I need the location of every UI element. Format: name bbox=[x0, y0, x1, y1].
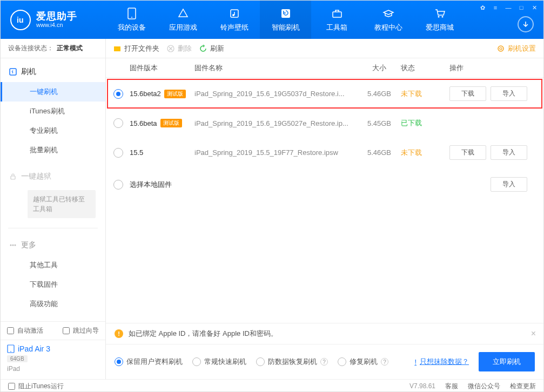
svg-point-12 bbox=[12, 245, 14, 246]
row-radio[interactable] bbox=[113, 118, 123, 128]
sidebar-item-oneclick[interactable]: 一键刷机 bbox=[1, 82, 105, 102]
settings-icon[interactable]: ✿ bbox=[479, 4, 486, 11]
close-icon[interactable]: ✕ bbox=[530, 4, 538, 11]
app-name: 爱思助手 bbox=[36, 11, 77, 22]
block-itunes-checkbox[interactable] bbox=[8, 383, 15, 390]
svg-point-18 bbox=[498, 46, 503, 51]
check-update-link[interactable]: 检查更新 bbox=[510, 382, 536, 391]
firmware-row[interactable]: 15.5iPad_Spring_2019_15.5_19F77_Restore.… bbox=[106, 137, 543, 168]
open-folder-button[interactable]: 打开文件夹 bbox=[113, 44, 159, 53]
firmware-row[interactable]: 15.6beta测试版iPad_Spring_2019_15.6_19G5027… bbox=[106, 110, 543, 137]
device-info[interactable]: iPad Air 3 64GB iPad bbox=[1, 340, 105, 379]
gear-icon bbox=[497, 45, 505, 52]
support-link[interactable]: 客服 bbox=[445, 382, 458, 391]
footer: 阻止iTunes运行 V7.98.61 客服 微信公众号 检查更新 bbox=[1, 379, 543, 392]
sidebar-head-jailbreak: 一键越狱 bbox=[1, 166, 105, 187]
delete-icon bbox=[167, 45, 174, 52]
wechat-link[interactable]: 微信公众号 bbox=[468, 382, 500, 391]
local-label: 选择本地固件 bbox=[130, 180, 172, 190]
flash-settings-button[interactable]: 刷机设置 bbox=[497, 44, 536, 53]
warning-icon: ! bbox=[115, 329, 123, 338]
version-text: 15.5 bbox=[130, 148, 143, 157]
logo[interactable]: iu 爱思助手 www.i4.cn bbox=[1, 10, 106, 30]
notice-bar: ! 如已绑定 Apple ID，请准备好 Apple ID和密码。 × bbox=[106, 323, 543, 344]
download-button[interactable]: 下载 bbox=[449, 145, 486, 160]
import-button[interactable]: 导入 bbox=[491, 145, 527, 160]
sidebar-head-flash[interactable]: 刷机 bbox=[1, 62, 105, 82]
flash-icon bbox=[9, 68, 17, 76]
download-button[interactable]: 下载 bbox=[449, 86, 486, 101]
row-radio[interactable] bbox=[113, 180, 123, 190]
opt-keep-data[interactable]: 保留用户资料刷机 bbox=[115, 357, 183, 367]
filename: iPad_Spring_2019_15.6_19G5027e_Restore.i… bbox=[194, 119, 358, 127]
opt-repair[interactable]: 修复刷机? bbox=[338, 357, 388, 367]
nav-store[interactable]: 爱思商城 bbox=[414, 1, 465, 39]
row-radio[interactable] bbox=[113, 89, 123, 99]
svg-point-8 bbox=[441, 16, 443, 17]
folder-icon bbox=[113, 45, 121, 52]
delete-button: 删除 bbox=[167, 44, 192, 53]
connection-status: 设备连接状态： 正常模式 bbox=[1, 39, 105, 58]
beta-tag: 测试版 bbox=[160, 119, 182, 127]
row-radio[interactable] bbox=[113, 148, 123, 158]
nav-apps[interactable]: 应用游戏 bbox=[157, 1, 209, 39]
refresh-button[interactable]: 刷新 bbox=[199, 44, 224, 53]
top-nav: 我的设备 应用游戏 铃声壁纸 智能刷机 工具箱 教程中心 爱思商城 bbox=[106, 1, 543, 39]
sidebar-item-other[interactable]: 其他工具 bbox=[1, 255, 105, 275]
flash-now-button[interactable]: 立即刷机 bbox=[479, 352, 535, 371]
notice-close-icon[interactable]: × bbox=[531, 329, 536, 339]
minimize-icon[interactable]: — bbox=[505, 4, 512, 11]
svg-point-15 bbox=[10, 351, 11, 352]
phone-icon bbox=[126, 8, 138, 19]
maximize-icon[interactable]: □ bbox=[518, 4, 525, 11]
music-icon bbox=[229, 8, 240, 19]
import-button[interactable]: 导入 bbox=[491, 177, 527, 192]
sidebar-head-more[interactable]: 更多 bbox=[1, 235, 105, 255]
toolbar: 打开文件夹 删除 刷新 刷机设置 bbox=[106, 39, 543, 58]
sidebar-item-pro[interactable]: 专业刷机 bbox=[1, 121, 105, 140]
menu-icon[interactable]: ≡ bbox=[492, 4, 499, 11]
svg-point-4 bbox=[232, 14, 234, 16]
sidebar-item-batch[interactable]: 批量刷机 bbox=[1, 140, 105, 160]
sidebar: 设备连接状态： 正常模式 刷机 一键刷机 iTunes刷机 专业刷机 批量刷机 … bbox=[1, 39, 106, 379]
svg-point-2 bbox=[131, 17, 132, 18]
status: 未下载 bbox=[401, 89, 449, 99]
apps-icon bbox=[177, 8, 189, 19]
svg-text:iu: iu bbox=[17, 16, 23, 24]
firmware-row[interactable]: 15.6beta2测试版iPad_Spring_2019_15.6_19G503… bbox=[106, 78, 543, 110]
sidebar-item-itunes[interactable]: iTunes刷机 bbox=[1, 102, 105, 121]
version-label: V7.98.61 bbox=[409, 382, 435, 390]
download-button[interactable] bbox=[518, 16, 534, 32]
sidebar-item-download[interactable]: 下载固件 bbox=[1, 275, 105, 294]
help-icon[interactable]: ? bbox=[320, 358, 328, 366]
import-button[interactable]: 导入 bbox=[491, 86, 527, 101]
nav-my-device[interactable]: 我的设备 bbox=[106, 1, 157, 39]
toolbox-icon bbox=[331, 8, 343, 19]
local-firmware-row[interactable]: 选择本地固件导入 bbox=[106, 168, 543, 200]
svg-point-13 bbox=[15, 245, 16, 246]
nav-ringtone[interactable]: 铃声壁纸 bbox=[209, 1, 260, 39]
sidebar-item-advanced[interactable]: 高级功能 bbox=[1, 294, 105, 314]
size: 5.45GB bbox=[358, 119, 401, 127]
svg-point-7 bbox=[438, 16, 439, 17]
opt-antirecovery[interactable]: 防数据恢复刷机? bbox=[256, 357, 328, 367]
version-text: 15.6beta bbox=[130, 119, 157, 127]
erase-link[interactable]: !只想抹除数据？ bbox=[414, 357, 469, 367]
skip-guide-checkbox[interactable] bbox=[63, 327, 70, 334]
nav-tutorial[interactable]: 教程中心 bbox=[362, 1, 414, 39]
help-icon[interactable]: ? bbox=[381, 358, 388, 366]
svg-rect-6 bbox=[333, 12, 341, 17]
filename: iPad_Spring_2019_15.6_19G5037d_Restore.i… bbox=[194, 90, 358, 98]
app-url: www.i4.cn bbox=[36, 22, 77, 28]
svg-rect-10 bbox=[11, 176, 15, 179]
graduation-icon bbox=[382, 8, 394, 19]
nav-flash[interactable]: 智能刷机 bbox=[260, 1, 311, 39]
svg-point-19 bbox=[500, 48, 502, 50]
version-text: 15.6beta2 bbox=[130, 90, 161, 98]
size: 5.46GB bbox=[358, 148, 401, 157]
auto-activate-checkbox[interactable] bbox=[7, 327, 14, 334]
refresh-icon bbox=[280, 8, 292, 19]
nav-tools[interactable]: 工具箱 bbox=[311, 1, 362, 39]
opt-quick[interactable]: 常规快速刷机 bbox=[192, 357, 246, 367]
svg-point-11 bbox=[10, 245, 12, 246]
